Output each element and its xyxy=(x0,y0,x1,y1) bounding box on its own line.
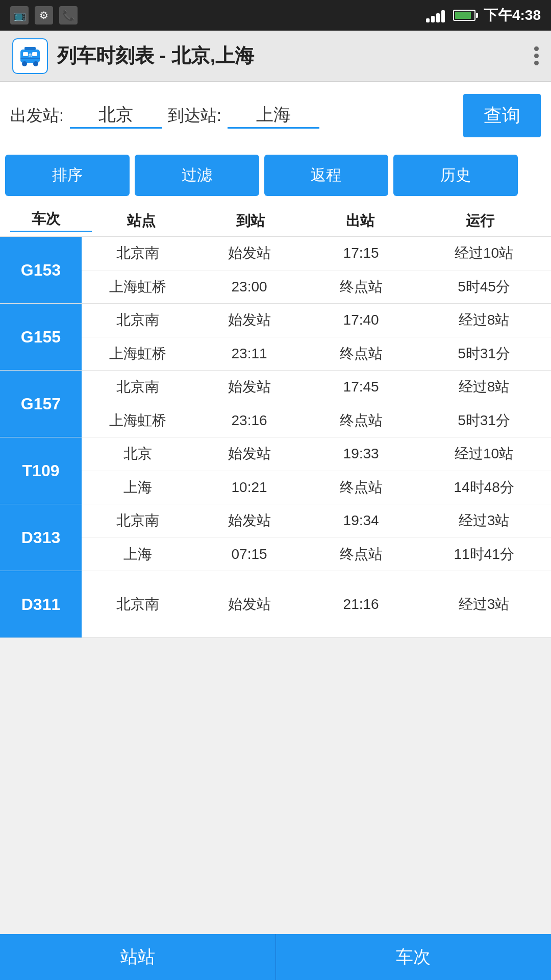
cell-station: 上海虹桥 xyxy=(82,344,193,363)
train-number: T109 xyxy=(0,437,82,504)
cell-arrive: 23:16 xyxy=(193,412,305,429)
cell-duration: 经过10站 xyxy=(417,444,551,463)
table-row[interactable]: D313北京南始发站19:34经过3站上海07:15终点站11时41分 xyxy=(0,504,551,571)
train-details: 北京南始发站17:15经过10站上海虹桥23:00终点站5时45分 xyxy=(82,237,551,303)
table-row[interactable]: D311北京南始发站21:16经过3站 xyxy=(0,571,551,638)
train-sub-row: 北京南始发站19:34经过3站 xyxy=(82,504,551,538)
cell-station: 上海 xyxy=(82,478,193,497)
app-logo: 合 xyxy=(12,38,48,74)
cell-arrive: 始发站 xyxy=(193,595,305,614)
sort-button[interactable]: 排序 xyxy=(5,155,130,196)
app-icon-2: ⚙ xyxy=(35,6,53,24)
train-list: G153北京南始发站17:15经过10站上海虹桥23:00终点站5时45分G15… xyxy=(0,237,551,638)
signal-icon xyxy=(426,8,445,22)
table-row[interactable]: T109北京始发站19:33经过10站上海10:21终点站14时48分 xyxy=(0,437,551,504)
train-number: G155 xyxy=(0,304,82,370)
search-button[interactable]: 查询 xyxy=(463,94,541,137)
cell-station: 上海虹桥 xyxy=(82,411,193,430)
train-sub-row: 北京南始发站17:15经过10站 xyxy=(82,237,551,271)
filter-section: 排序 过滤 返程 历史 xyxy=(0,150,551,201)
train-sub-row: 上海虹桥23:16终点站5时31分 xyxy=(82,404,551,437)
train-details: 北京始发站19:33经过10站上海10:21终点站14时48分 xyxy=(82,437,551,504)
table-row[interactable]: G157北京南始发站17:45经过8站上海虹桥23:16终点站5时31分 xyxy=(0,371,551,437)
search-section: 出发站: 到达站: 查询 xyxy=(0,82,551,150)
arrive-input[interactable] xyxy=(228,103,319,129)
cell-arrive: 23:00 xyxy=(193,279,305,295)
status-bar: 📺 ⚙ 📞 下午4:38 xyxy=(0,0,551,31)
svg-rect-5 xyxy=(24,47,36,50)
svg-rect-2 xyxy=(32,52,37,56)
history-button[interactable]: 历史 xyxy=(393,155,518,196)
table-header: 车次 站点 到站 出站 运行 xyxy=(0,201,551,237)
station-tab[interactable]: 站站 xyxy=(0,934,276,980)
cell-station: 北京南 xyxy=(82,377,193,397)
cell-arrive: 始发站 xyxy=(193,243,305,263)
arrive-label: 到达站: xyxy=(168,105,221,127)
return-button[interactable]: 返程 xyxy=(264,155,389,196)
cell-arrive: 始发站 xyxy=(193,377,305,397)
depart-input[interactable] xyxy=(70,103,162,129)
cell-depart: 19:34 xyxy=(305,512,417,529)
cell-duration: 14时48分 xyxy=(417,478,551,497)
table-row[interactable]: G155北京南始发站17:40经过8站上海虹桥23:11终点站5时31分 xyxy=(0,304,551,371)
cell-duration: 经过10站 xyxy=(417,243,551,263)
col-train: 车次 xyxy=(5,209,87,232)
cell-duration: 5时31分 xyxy=(417,344,551,363)
cell-station: 上海 xyxy=(82,545,193,564)
train-number: D313 xyxy=(0,504,82,571)
cell-arrive: 始发站 xyxy=(193,444,305,463)
cell-depart: 终点站 xyxy=(305,344,417,363)
train-number: D311 xyxy=(0,571,82,638)
train-sub-row: 上海10:21终点站14时48分 xyxy=(82,471,551,504)
cell-duration: 5时45分 xyxy=(417,277,551,297)
train-details: 北京南始发站17:45经过8站上海虹桥23:16终点站5时31分 xyxy=(82,371,551,437)
train-icon: 合 xyxy=(16,42,44,70)
cell-duration: 经过3站 xyxy=(417,511,551,530)
clock: 下午4:38 xyxy=(484,6,541,25)
cell-arrive: 10:21 xyxy=(193,479,305,496)
cell-depart: 19:33 xyxy=(305,446,417,462)
cell-depart: 终点站 xyxy=(305,478,417,497)
more-menu-icon[interactable] xyxy=(534,46,539,65)
bottom-nav: 站站 车次 xyxy=(0,934,551,980)
app-icon-3: 📞 xyxy=(59,6,78,24)
depart-label: 出发站: xyxy=(10,105,64,127)
cell-duration: 经过8站 xyxy=(417,377,551,397)
cell-station: 上海虹桥 xyxy=(82,277,193,297)
app-header: 合 列车时刻表 - 北京,上海 xyxy=(0,31,551,82)
cell-depart: 17:40 xyxy=(305,312,417,328)
svg-point-4 xyxy=(33,61,38,66)
train-sub-row: 北京南始发站21:16经过3站 xyxy=(82,571,551,638)
header-left: 合 列车时刻表 - 北京,上海 xyxy=(12,38,254,74)
status-icons: 📺 ⚙ 📞 xyxy=(10,6,78,24)
cell-depart: 终点站 xyxy=(305,545,417,564)
svg-rect-1 xyxy=(23,52,28,56)
train-number: G157 xyxy=(0,371,82,437)
cell-depart: 17:45 xyxy=(305,379,417,395)
cell-duration: 经过8站 xyxy=(417,310,551,330)
cell-arrive: 始发站 xyxy=(193,511,305,530)
train-sub-row: 北京南始发站17:40经过8站 xyxy=(82,304,551,337)
train-sub-row: 北京南始发站17:45经过8站 xyxy=(82,371,551,404)
filter-button[interactable]: 过滤 xyxy=(135,155,259,196)
cell-duration: 11时41分 xyxy=(417,545,551,564)
col-arrive: 到站 xyxy=(196,211,305,231)
cell-station: 北京南 xyxy=(82,511,193,530)
app-icon-1: 📺 xyxy=(10,6,29,24)
train-sub-row: 北京始发站19:33经过10站 xyxy=(82,437,551,471)
cell-arrive: 始发站 xyxy=(193,310,305,330)
table-row[interactable]: G153北京南始发站17:15经过10站上海虹桥23:00终点站5时45分 xyxy=(0,237,551,304)
train-details: 北京南始发站19:34经过3站上海07:15终点站11时41分 xyxy=(82,504,551,571)
cell-station: 北京南 xyxy=(82,310,193,330)
cell-arrive: 07:15 xyxy=(193,546,305,562)
train-sub-row: 上海07:15终点站11时41分 xyxy=(82,538,551,571)
col-duration: 运行 xyxy=(415,211,546,231)
cell-arrive: 23:11 xyxy=(193,346,305,362)
header-title: 列车时刻表 - 北京,上海 xyxy=(57,43,254,69)
cell-depart: 21:16 xyxy=(305,596,417,612)
cell-duration: 5时31分 xyxy=(417,411,551,430)
col-station: 站点 xyxy=(87,211,196,231)
cell-depart: 17:15 xyxy=(305,245,417,261)
train-tab[interactable]: 车次 xyxy=(276,934,552,980)
svg-point-3 xyxy=(22,61,27,66)
